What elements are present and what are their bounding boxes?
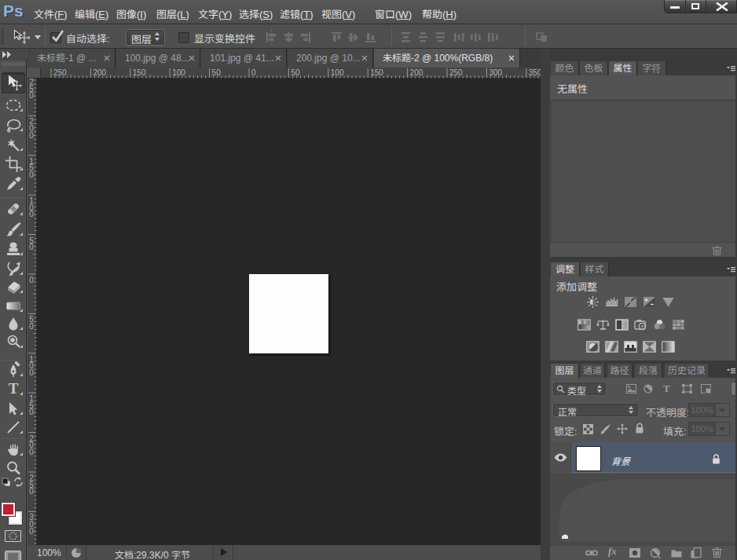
svg-text:150: 150: [370, 68, 383, 77]
svg-text:200: 200: [93, 68, 106, 77]
svg-text:0: 0: [29, 527, 34, 536]
svg-text:100: 100: [331, 68, 344, 77]
svg-text:0: 0: [29, 322, 34, 331]
svg-text:50: 50: [212, 68, 222, 77]
svg-text:300: 300: [489, 68, 502, 77]
svg-text:0: 0: [29, 91, 34, 100]
svg-text:0: 0: [29, 170, 34, 179]
svg-text:0: 0: [251, 68, 256, 77]
svg-text:250: 250: [53, 68, 67, 77]
svg-text:0: 0: [29, 243, 34, 251]
svg-text:350: 350: [529, 68, 541, 77]
svg-text:150: 150: [133, 68, 146, 77]
svg-text:50: 50: [291, 68, 300, 77]
svg-text:0: 0: [29, 368, 34, 377]
svg-text:0: 0: [29, 210, 34, 218]
svg-text:0: 0: [29, 487, 34, 496]
svg-text:100: 100: [172, 68, 185, 77]
svg-text:0: 0: [29, 276, 34, 284]
svg-text:T: T: [9, 380, 19, 397]
svg-text:0: 0: [29, 448, 34, 456]
svg-text:0: 0: [29, 131, 34, 140]
svg-text:200: 200: [410, 68, 424, 77]
svg-text:250: 250: [449, 68, 463, 77]
svg-text:0: 0: [29, 408, 34, 416]
